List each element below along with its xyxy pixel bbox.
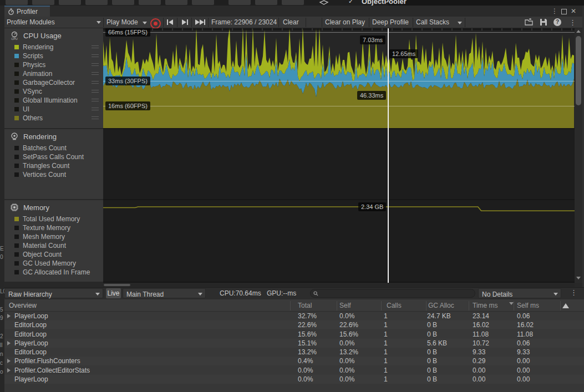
hscrollbar-thumb[interactable] — [104, 284, 130, 286]
legend-item-gc-used-memory[interactable]: GC Used Memory — [4, 259, 103, 268]
clear-on-play-button[interactable]: Clear on Play — [325, 17, 365, 28]
table-row[interactable]: PlayerLoop0.0%0.0%10 B0.000.00 — [0, 375, 584, 384]
chevron-down-icon — [97, 21, 101, 24]
help-icon[interactable]: ? — [553, 18, 561, 26]
legend-item-scripts[interactable]: Scripts — [4, 52, 103, 60]
checkmark-icon[interactable]: ✓ — [348, 0, 353, 5]
scroll-down-icon[interactable] — [576, 277, 581, 279]
legend-item-total-used-memory[interactable]: Total Used Memory — [4, 215, 103, 223]
legend-item-ui[interactable]: UI — [4, 105, 103, 114]
column-overview[interactable]: Overview — [9, 299, 37, 312]
details-mode-dropdown[interactable]: No Details — [478, 288, 561, 298]
expand-triangle-icon[interactable] — [7, 368, 11, 373]
collapse-all-icon[interactable] — [562, 303, 569, 308]
legend-item-garbagecollector[interactable]: GarbageCollector — [4, 78, 103, 87]
thread-dropdown[interactable]: Main Thread — [123, 288, 206, 298]
module-header[interactable]: CPUCPU Usage — [4, 28, 103, 43]
legend-item-global-illumination[interactable]: Global Illumination — [4, 96, 103, 105]
column-separator[interactable] — [514, 301, 514, 310]
drag-handle-icon[interactable] — [92, 90, 99, 94]
legend-item-vsync[interactable]: VSync — [4, 87, 103, 96]
legend-item-batches-count[interactable]: Batches Count — [4, 144, 103, 152]
module-title: CPU Usage — [23, 32, 62, 40]
legend-item-mesh-memory[interactable]: Mesh Memory — [4, 232, 103, 241]
maximize-icon[interactable] — [561, 9, 567, 14]
window-menu-icon[interactable]: ⋮ — [551, 6, 558, 17]
live-toggle[interactable]: Live — [106, 288, 121, 298]
tab-profiler[interactable]: Profiler — [4, 6, 50, 17]
drag-handle-icon[interactable] — [92, 72, 99, 77]
search-input[interactable] — [310, 289, 475, 298]
background-button — [228, 0, 251, 5]
drag-handle-icon[interactable] — [92, 81, 99, 85]
legend-item-gc-allocated-in-frame[interactable]: GC Allocated In Frame — [4, 268, 103, 277]
expand-triangle-icon[interactable] — [7, 341, 11, 345]
legend-item-others[interactable]: Others — [4, 114, 103, 123]
column-header-self-ms[interactable]: Self ms — [517, 299, 539, 312]
toolbar-menu-icon[interactable]: ⋮ — [569, 17, 576, 28]
record-button[interactable] — [150, 18, 161, 29]
column-header-total[interactable]: Total — [298, 299, 312, 312]
save-profile-icon[interactable] — [540, 18, 547, 26]
table-row[interactable]: EditorLoop22.6%22.6%10 B16.0216.02 — [0, 320, 584, 329]
call-stacks-dropdown[interactable]: Call Stacks — [416, 17, 462, 28]
chart-memory[interactable]: 2.34 GB — [103, 200, 575, 283]
profiler-modules-dropdown[interactable]: Profiler Modules — [4, 17, 103, 28]
scroll-up-icon[interactable] — [576, 30, 581, 33]
module-header[interactable]: Memory — [4, 200, 103, 215]
column-header-calls[interactable]: Calls — [387, 299, 402, 312]
legend-item-object-count[interactable]: Object Count — [4, 250, 103, 259]
column-header-time-ms[interactable]: Time ms — [473, 299, 498, 312]
legend-item-triangles-count[interactable]: Triangles Count — [4, 161, 103, 170]
first-frame-button[interactable] — [166, 19, 174, 26]
load-profile-icon[interactable] — [525, 18, 534, 26]
column-header-self[interactable]: Self — [339, 299, 351, 312]
expand-triangle-icon[interactable] — [7, 314, 11, 318]
table-row[interactable]: Profiler.FlushCounters0.4%0.0%10 B0.290.… — [0, 357, 584, 365]
legend-item-vertices-count[interactable]: Vertices Count — [4, 170, 103, 179]
hierarchy-mode-dropdown[interactable]: Raw Hierarchy — [4, 288, 103, 298]
table-row[interactable]: PlayerLoop15.1%0.0%15.6 KB10.720.06 — [0, 339, 584, 348]
table-row[interactable]: EditorLoop13.2%13.2%10 B9.339.33 — [0, 348, 584, 357]
row-total: 0.0% — [298, 366, 313, 375]
charts-hscrollbar[interactable] — [103, 283, 575, 287]
column-separator[interactable] — [560, 301, 561, 310]
play-mode-dropdown[interactable]: Play Mode — [106, 17, 147, 28]
drag-handle-icon[interactable] — [92, 99, 99, 103]
playhead-line[interactable] — [388, 28, 389, 283]
legend-item-material-count[interactable]: Material Count — [4, 241, 103, 250]
table-row[interactable]: Profiler.CollectEditorStats0.0%0.0%10 B0… — [0, 366, 584, 375]
deep-profile-button[interactable]: Deep Profile — [372, 17, 409, 28]
legend-item-animation[interactable]: Animation — [4, 69, 103, 78]
legend-label: VSync — [23, 88, 42, 95]
column-separator[interactable] — [426, 301, 426, 310]
table-row[interactable]: EditorLoop15.6%15.6%10 B11.0811.08 — [0, 330, 584, 339]
next-frame-button[interactable] — [181, 19, 189, 26]
expand-triangle-icon[interactable] — [7, 359, 11, 363]
table-row[interactable]: PlayerLoop32.7%0.0%124.7 KB23.140.06 — [0, 312, 584, 320]
clear-button[interactable]: Clear — [283, 17, 299, 28]
drag-handle-icon[interactable] — [92, 108, 99, 112]
drag-handle-icon[interactable] — [92, 54, 99, 59]
close-icon[interactable]: ✕ — [571, 6, 576, 17]
legend-item-rendering[interactable]: Rendering — [4, 43, 103, 52]
drag-handle-icon[interactable] — [92, 45, 99, 50]
drag-handle-icon[interactable] — [92, 63, 99, 68]
drag-handle-icon[interactable] — [92, 116, 99, 121]
module-header[interactable]: Rendering — [4, 129, 103, 144]
last-frame-button[interactable] — [195, 19, 206, 26]
column-separator[interactable] — [290, 301, 291, 310]
column-header-gc-alloc[interactable]: GC Alloc — [428, 299, 454, 312]
legend-item-physics[interactable]: Physics — [4, 60, 103, 69]
charts-scrollbar[interactable] — [575, 28, 582, 283]
chevron-down-icon — [458, 22, 462, 24]
legend-item-setpass-calls-count[interactable]: SetPass Calls Count — [4, 152, 103, 161]
column-separator[interactable] — [469, 301, 469, 310]
column-separator[interactable] — [381, 301, 382, 310]
legend-item-texture-memory[interactable]: Texture Memory — [4, 223, 103, 232]
details-menu-icon[interactable]: ⋮ — [570, 288, 577, 297]
scrollbar-thumb[interactable] — [576, 36, 581, 105]
chart-rendering[interactable] — [103, 129, 575, 200]
chart-cpu-usage[interactable]: 66ms (15FPS)33ms (30FPS)16ms (60FPS)7.03… — [103, 28, 575, 129]
column-separator[interactable] — [337, 301, 337, 310]
